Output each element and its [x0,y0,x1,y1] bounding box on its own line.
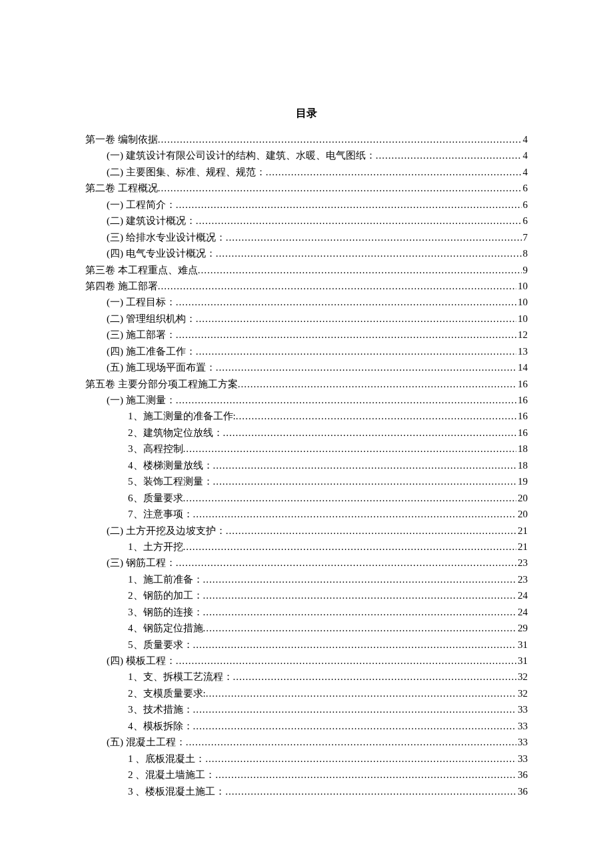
toc-title: 目录 [85,107,528,121]
toc-entry: 1、支、拆模工艺流程：32 [85,669,528,685]
toc-entry-page: 29 [516,620,528,636]
toc-entry: 1、施工前准备：23 [85,571,528,587]
toc-entry-label: 1 、底板混凝土： [128,751,205,767]
toc-entry: 3 、楼板混凝土施工：36 [85,783,528,799]
toc-entry-page: 24 [516,604,528,620]
toc-entry-page: 32 [516,685,528,701]
toc-entry: 1、施工测量的准备工作:16 [85,408,528,424]
toc-entry-label: (三) 钢筋工程： [107,555,176,571]
toc-entry-page: 33 [516,734,528,750]
toc-entry-label: 6、质量要求 [128,490,183,506]
toc-entry-page: 10 [516,311,528,327]
toc-leader-dots [226,523,516,539]
toc-leader-dots [206,685,516,701]
toc-entry-page: 36 [516,783,528,799]
toc-entry-page: 21 [516,539,528,555]
toc-entry-label: (一) 施工测量： [107,392,176,408]
toc-entry: 5、装饰工程测量：19 [85,473,528,489]
toc-entry: 2、建筑物定位放线：16 [85,425,528,441]
toc-entry: (二) 建筑设计概况：6 [85,213,528,229]
toc-leader-dots [216,245,522,261]
toc-leader-dots [176,294,516,310]
toc-entry-label: (二) 管理组织机构： [107,311,196,327]
toc-entry-label: 7、注意事项： [128,506,193,522]
toc-entry-label: 4、钢筋定位措施 [128,620,203,636]
toc-entry-page: 4 [522,147,528,163]
toc-leader-dots [193,718,517,734]
toc-entry-label: (三) 给排水专业设计概况： [107,229,226,245]
toc-entry: 2、支模质量要求:32 [85,685,528,701]
toc-entry-page: 16 [516,376,528,392]
toc-leader-dots [158,180,522,196]
toc-entry-page: 18 [516,441,528,457]
toc-entry-label: 3、高程控制 [128,441,183,457]
toc-entry-page: 23 [516,571,528,587]
toc-entry-page: 12 [516,327,528,343]
toc-entry-page: 10 [516,278,528,294]
toc-entry: (一) 施工测量：16 [85,392,528,408]
toc-entry: 3、技术措施：33 [85,701,528,717]
toc-leader-dots [213,457,517,473]
toc-leader-dots [193,637,517,653]
toc-entry: 3、钢筋的连接：24 [85,604,528,620]
toc-entry: 2、钢筋的加工：24 [85,587,528,603]
toc-entry-label: 3、钢筋的连接： [128,604,203,620]
toc-entry: 第一卷 编制依据4 [85,131,528,147]
toc-entry-page: 21 [516,523,528,539]
toc-leader-dots [233,669,517,685]
toc-entry: 6、质量要求20 [85,490,528,506]
toc-entry: 第二卷 工程概况6 [85,180,528,196]
toc-leader-dots [376,147,522,163]
toc-entry-label: 第一卷 编制依据 [85,131,158,147]
toc-entry-label: (三) 施工部署： [107,327,176,343]
toc-entry-page: 33 [516,751,528,767]
toc-entry-label: 1、施工前准备： [128,571,203,587]
toc-entry: (二) 管理组织机构：10 [85,311,528,327]
toc-leader-dots [198,262,522,278]
toc-leader-dots [186,734,516,750]
toc-entry-label: (二) 主要图集、标准、规程、规范： [107,164,266,180]
toc-entry-page: 23 [516,555,528,571]
toc-entry: 7、注意事项：20 [85,506,528,522]
toc-entry-label: 5、装饰工程测量： [128,473,213,489]
toc-entry-page: 6 [522,197,528,213]
toc-entry: 2 、混凝土墙施工：36 [85,767,528,783]
toc-list: 第一卷 编制依据4(一) 建筑设计有限公司设计的结构、建筑、水暖、电气图纸：4(… [85,131,528,799]
toc-leader-dots [238,376,516,392]
toc-entry-label: 2、建筑物定位放线： [128,425,223,441]
toc-entry-page: 33 [516,701,528,717]
toc-entry: (五) 混凝土工程：33 [85,734,528,750]
toc-entry-page: 32 [516,669,528,685]
toc-entry-label: 5、质量要求： [128,637,193,653]
toc-entry-page: 16 [516,392,528,408]
toc-entry-page: 20 [516,490,528,506]
toc-leader-dots [213,473,517,489]
toc-leader-dots [176,197,522,213]
toc-entry-label: (四) 模板工程： [107,653,176,669]
toc-entry: 4、模板拆除：33 [85,718,528,734]
toc-entry-page: 6 [522,213,528,229]
toc-entry: (一) 建筑设计有限公司设计的结构、建筑、水暖、电气图纸：4 [85,147,528,163]
toc-leader-dots [225,783,516,799]
toc-entry-page: 18 [516,457,528,473]
toc-entry: 第三卷 本工程重点、难点9 [85,262,528,278]
toc-entry-page: 13 [516,343,528,359]
toc-entry-label: 第五卷 主要分部分项工程施工方案 [85,376,238,392]
toc-entry: (三) 给排水专业设计概况：7 [85,229,528,245]
toc-entry-label: (五) 施工现场平面布置： [107,359,216,375]
toc-leader-dots [196,311,516,327]
toc-entry: (二) 主要图集、标准、规程、规范：4 [85,164,528,180]
toc-entry-page: 19 [516,473,528,489]
toc-leader-dots [176,327,516,343]
toc-entry-label: 1、支、拆模工艺流程： [128,669,233,685]
toc-entry-page: 10 [516,294,528,310]
toc-entry: (一) 工程目标：10 [85,294,528,310]
toc-leader-dots [205,751,516,767]
toc-leader-dots [203,620,517,636]
toc-entry-label: (四) 电气专业设计概况： [107,245,216,261]
toc-leader-dots [183,539,517,555]
toc-entry: 4、楼梯测量放线：18 [85,457,528,473]
toc-leader-dots [158,131,522,147]
toc-entry-label: 第三卷 本工程重点、难点 [85,262,198,278]
toc-entry: (五) 施工现场平面布置：14 [85,359,528,375]
